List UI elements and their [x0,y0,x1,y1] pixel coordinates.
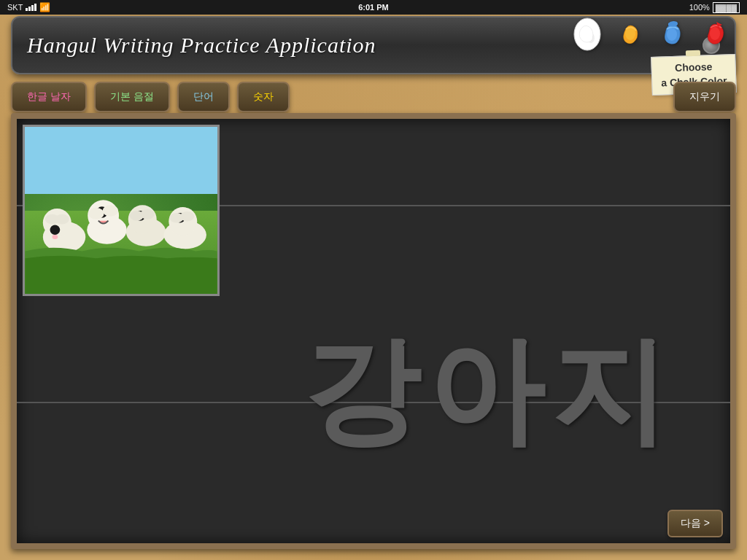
board-bottom-writing-area[interactable] [17,403,730,543]
hangul-letters-button[interactable]: 한글 날자 [11,82,87,112]
white-chalk-button[interactable] [569,16,605,52]
navigation-buttons: 한글 날자 기본 음절 단어 숫자 [11,82,290,112]
words-button[interactable]: 단어 [177,82,230,112]
next-button[interactable]: 다음 > [667,510,723,537]
status-bar: SKT 📶 6:01 PM 100% ▓▓▓▓ [0,0,747,15]
time-display: 6:01 PM [358,3,389,12]
red-chalk-button[interactable] [696,16,732,52]
blue-chalk-button[interactable] [654,16,690,52]
basic-syllables-button[interactable]: 기본 음절 [94,82,170,112]
battery-icon: ▓▓▓▓ [713,2,740,13]
erase-button[interactable]: 지우기 [673,82,736,112]
numbers-button[interactable]: 숫자 [237,82,290,112]
bar1 [26,8,28,11]
wifi-icon: 📶 [39,2,50,12]
bar4 [34,4,36,11]
chalk-label-line1: Choose [675,61,713,74]
svg-point-4 [667,28,677,41]
chalk-icon-row [569,16,736,52]
carrier-label: SKT [7,3,23,12]
blackboard: 강아지 다음 > [11,113,736,549]
app-title: Hangul Writing Practice Application [27,33,376,58]
orange-chalk-button[interactable] [611,16,648,52]
battery-label: 100% [689,3,710,12]
cork-background: SKT 📶 6:01 PM 100% ▓▓▓▓ Hangul Writing P… [0,0,747,560]
bar2 [28,7,31,11]
svg-point-5 [710,27,720,40]
status-left: SKT 📶 [7,2,50,12]
bar3 [31,5,34,11]
board-middle-section[interactable]: 강아지 [17,206,730,403]
status-right: 100% ▓▓▓▓ [689,2,740,13]
signal-bars [26,4,36,11]
